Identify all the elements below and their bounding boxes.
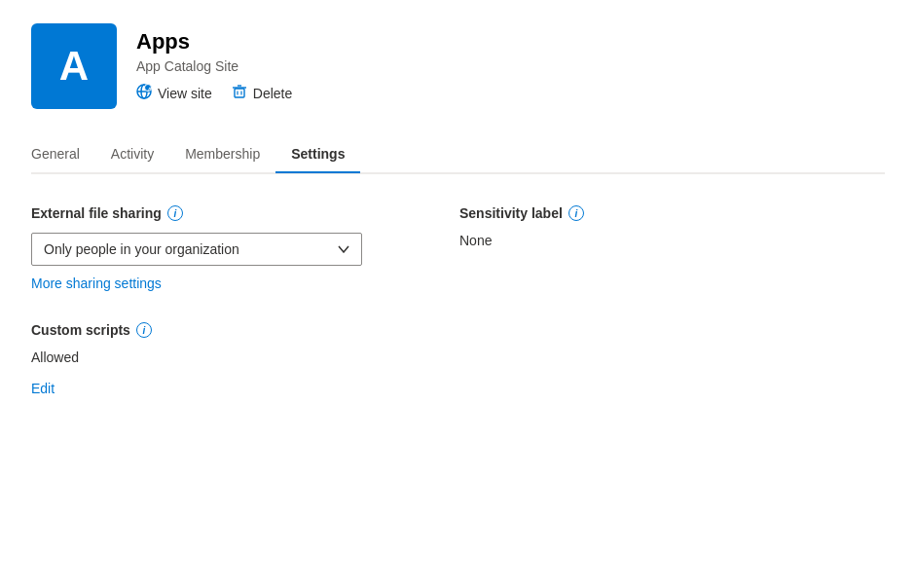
tabs-container: General Activity Membership Settings bbox=[31, 136, 885, 173]
chevron-down-icon bbox=[338, 242, 349, 256]
external-file-sharing-dropdown[interactable]: Only people in your organization bbox=[31, 233, 362, 266]
avatar: A bbox=[31, 23, 117, 109]
svg-text:↗: ↗ bbox=[147, 86, 151, 92]
svg-rect-5 bbox=[235, 89, 244, 97]
sensitivity-label-info-icon[interactable]: i bbox=[568, 205, 584, 221]
sensitivity-label-title: Sensitivity label i bbox=[459, 205, 885, 221]
app-title: Apps bbox=[136, 29, 292, 55]
dropdown-value: Only people in your organization bbox=[44, 241, 239, 257]
page-container: A Apps App Catalog Site ↗ View bbox=[0, 0, 916, 420]
content-area: External file sharing i Only people in y… bbox=[31, 174, 885, 396]
more-sharing-settings-link[interactable]: More sharing settings bbox=[31, 276, 162, 291]
app-subtitle: App Catalog Site bbox=[136, 58, 292, 74]
external-file-sharing-title: External file sharing i bbox=[31, 205, 401, 221]
content-right: Sensitivity label i None bbox=[459, 205, 885, 396]
view-site-button[interactable]: ↗ View site bbox=[136, 84, 212, 103]
sensitivity-label-value: None bbox=[459, 233, 885, 248]
external-file-sharing-section: External file sharing i Only people in y… bbox=[31, 205, 401, 291]
custom-scripts-edit-link[interactable]: Edit bbox=[31, 381, 55, 396]
external-file-sharing-info-icon[interactable]: i bbox=[167, 205, 183, 221]
custom-scripts-title: Custom scripts i bbox=[31, 322, 401, 338]
custom-scripts-value: Allowed bbox=[31, 349, 401, 365]
globe-icon: ↗ bbox=[136, 84, 152, 103]
custom-scripts-info-icon[interactable]: i bbox=[136, 322, 152, 338]
avatar-letter: A bbox=[59, 43, 89, 90]
header: A Apps App Catalog Site ↗ View bbox=[31, 23, 885, 109]
custom-scripts-section: Custom scripts i Allowed Edit bbox=[31, 322, 401, 396]
delete-label: Delete bbox=[253, 86, 292, 101]
header-actions: ↗ View site Del bbox=[136, 84, 292, 103]
tab-general[interactable]: General bbox=[31, 136, 95, 173]
tab-settings[interactable]: Settings bbox=[275, 136, 360, 173]
trash-icon bbox=[232, 84, 247, 103]
delete-button[interactable]: Delete bbox=[232, 84, 292, 103]
content-left: External file sharing i Only people in y… bbox=[31, 205, 401, 396]
tab-membership[interactable]: Membership bbox=[169, 136, 275, 173]
tab-activity[interactable]: Activity bbox=[95, 136, 169, 173]
sensitivity-label-section: Sensitivity label i None bbox=[459, 205, 885, 248]
view-site-label: View site bbox=[158, 86, 212, 101]
header-info: Apps App Catalog Site ↗ View site bbox=[136, 23, 292, 103]
